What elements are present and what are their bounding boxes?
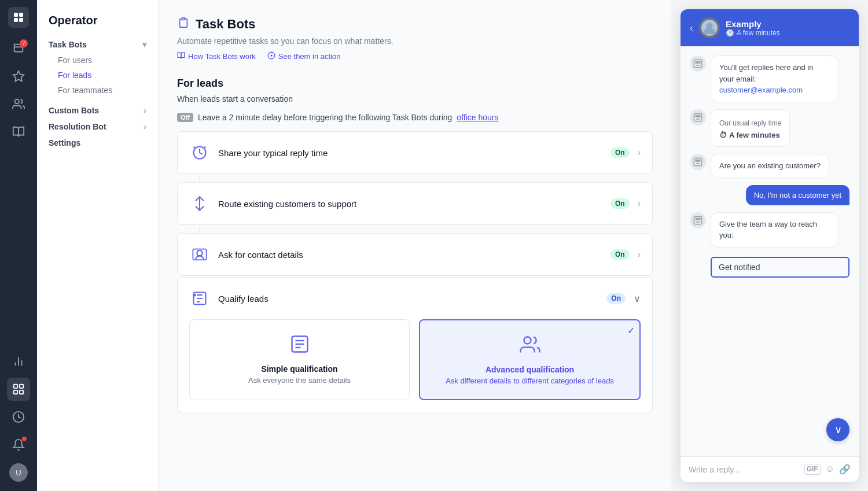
emoji-icon[interactable]: ☺ [825,464,834,475]
notification-dot [22,437,27,441]
taskbot-route-customers-badge: On [610,198,630,209]
advanced-qualification-icon [429,334,630,359]
sidebar-item-for-teammates[interactable]: For teammates [37,83,158,98]
svg-rect-3 [19,18,23,22]
chat-header-name: Examply [726,19,849,29]
page-subtitle: Automate repetitive tasks so you can foc… [177,36,653,46]
section-title: For leads [177,77,653,90]
chat-bubble-info: You'll get replies here and in your emai… [711,56,838,102]
qualify-leads-header[interactable]: Qualify leads On ∨ [178,278,652,319]
taskbot-route-customers-label: Route existing customers to support [218,199,602,209]
gif-icon[interactable]: GIF [804,464,821,475]
qualify-leads-icon [189,288,210,309]
svg-rect-10 [20,385,23,388]
taskbot-share-reply-time-badge: On [610,147,630,158]
sidebar-item-settings[interactable]: Settings [37,135,158,151]
attachment-icon[interactable]: 🔗 [839,464,851,475]
get-notified-input[interactable]: Get notified [711,257,849,278]
svg-rect-40 [696,218,697,220]
settings-label: Settings [49,138,80,147]
svg-rect-1 [19,13,23,17]
svg-rect-30 [694,60,702,68]
sidebar-item-resolution-bot[interactable]: Resolution Bot › [37,119,158,135]
section-subtitle: When leads start a conversation [177,94,653,104]
svg-rect-33 [694,113,702,121]
sidebar-item-task-bots[interactable]: Task Bots ▾ [37,36,158,53]
sidebar-item-for-users[interactable]: For users [37,53,158,68]
user-avatar[interactable]: U [7,461,30,484]
resolution-bot-label: Resolution Bot [49,122,106,131]
svg-rect-0 [14,13,18,17]
reports-nav-icon[interactable] [7,350,30,373]
people-nav-icon[interactable] [7,93,30,116]
connector-1 [199,175,200,182]
delay-label: Leave a 2 minute delay before triggering… [198,113,452,122]
chat-input-placeholder[interactable]: Write a reply... [689,465,800,474]
scroll-down-button[interactable]: ∨ [826,418,849,441]
svg-rect-11 [14,390,17,394]
inbox-nav-icon[interactable]: 7 [7,37,30,60]
taskbot-share-reply-time-label: Share your typical reply time [218,148,602,158]
page-header-icon [177,16,190,32]
advanced-qualification-option[interactable]: ✓ Advanced qualification Ask different d… [419,319,641,400]
chat-bubble-user: No, I'm not a customer yet [746,185,849,205]
page-links: How Task Bots work See them in action [177,51,653,61]
advanced-qualification-title: Advanced qualification [429,365,630,374]
chat-header-status: 🕐 A few minutes [726,29,849,37]
qualify-leads-chevron[interactable]: ∨ [634,293,641,304]
page-header: Task Bots [177,16,653,32]
inbox-badge: 7 [20,39,28,47]
svg-rect-39 [694,216,702,224]
chat-header-avatar [699,17,720,38]
delay-toggle[interactable]: Off [177,113,193,122]
sidebar-title: Operator [37,9,158,36]
svg-rect-32 [698,61,700,63]
chat-msg-existing-customer: Are you an existing customer? [690,154,849,178]
chat-body: You'll get replies here and in your emai… [681,46,859,456]
chat-header-status-text: A few minutes [737,29,780,37]
how-task-bots-work-link[interactable]: How Task Bots work [177,51,256,61]
delay-toggle-row: Off Leave a 2 minute delay before trigge… [177,113,653,122]
reply-time-value: ⏱ A few minutes [719,130,781,141]
taskbot-contact-details-label: Ask for contact details [218,250,602,260]
app-logo[interactable] [8,7,29,28]
svg-rect-38 [698,160,700,161]
learn-nav-icon[interactable] [7,120,30,143]
chat-msg-info: You'll get replies here and in your emai… [690,56,849,102]
explore-nav-icon[interactable] [7,65,30,88]
chat-bubble-reply-time: Our usual reply time ⏱ A few minutes [711,109,790,147]
chat-back-button[interactable]: ‹ [690,22,693,34]
taskbot-qualify-leads[interactable]: Qualify leads On ∨ Simple qualification … [177,277,653,412]
taskbot-contact-details[interactable]: Ask for contact details On › [177,233,653,276]
sidebar-item-for-leads[interactable]: For leads [37,68,158,83]
sidebar-item-custom-bots[interactable]: Custom Bots › [37,102,158,119]
analytics-nav-icon[interactable] [7,405,30,429]
see-them-in-action-label: See them in action [278,52,341,61]
notifications-nav-icon[interactable] [7,433,30,456]
svg-marker-4 [13,71,24,81]
chevron-down-icon: ∨ [834,423,842,436]
simple-qualification-option[interactable]: Simple qualification Ask everyone the sa… [189,319,410,400]
connector-2 [199,226,200,233]
svg-rect-41 [698,218,700,220]
taskbot-contact-details-chevron: › [638,249,641,260]
taskbot-share-reply-time[interactable]: Share your typical reply time On › [177,131,653,174]
svg-rect-37 [696,160,697,161]
task-bots-chevron: ▾ [142,40,146,49]
taskbot-share-reply-time-row[interactable]: Share your typical reply time On › [178,132,652,173]
chat-msg-give-team: Give the team a way to reach you: [690,212,849,248]
taskbot-route-customers-row[interactable]: Route existing customers to support On › [178,183,652,224]
taskbot-route-customers[interactable]: Route existing customers to support On › [177,182,653,225]
operator-nav-icon[interactable] [7,378,30,401]
svg-rect-35 [698,115,700,117]
book-icon [177,51,185,61]
see-them-in-action-link[interactable]: See them in action [267,51,341,61]
taskbot-share-reply-time-chevron: › [638,147,641,158]
chat-email: customer@example.com [719,86,803,94]
svg-rect-9 [14,385,17,388]
taskbot-contact-details-row[interactable]: Ask for contact details On › [178,234,652,275]
qualify-leads-badge: On [606,293,626,304]
task-bots-label: Task Bots [49,40,87,49]
qualify-options: Simple qualification Ask everyone the sa… [189,319,641,400]
office-hours-link[interactable]: office hours [457,113,498,122]
